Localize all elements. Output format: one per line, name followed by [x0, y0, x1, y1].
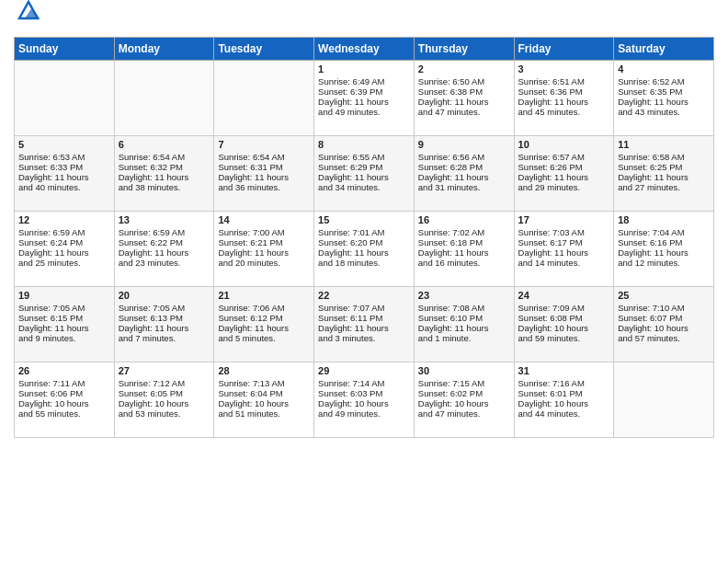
calendar-week-row: 5Sunrise: 6:53 AMSunset: 6:33 PMDaylight… [15, 136, 714, 212]
calendar-cell: 27Sunrise: 7:12 AMSunset: 6:05 PMDayligh… [114, 362, 214, 438]
calendar-header-row: SundayMondayTuesdayWednesdayThursdayFrid… [15, 38, 714, 61]
day-info: and 59 minutes. [518, 333, 610, 343]
day-info: Sunrise: 7:13 AM [218, 378, 310, 388]
day-info: and 55 minutes. [18, 408, 110, 419]
day-info: Daylight: 11 hours [618, 97, 710, 107]
day-info: Sunrise: 6:52 AM [618, 76, 710, 86]
day-info: and 53 minutes. [119, 408, 210, 419]
day-info: Sunrise: 6:49 AM [318, 76, 410, 86]
day-info: and 1 minute. [418, 333, 510, 343]
day-info: and 47 minutes. [418, 408, 510, 419]
day-info: Sunset: 6:06 PM [18, 388, 110, 398]
day-info: Sunrise: 6:53 AM [18, 152, 110, 162]
calendar-cell: 24Sunrise: 7:09 AMSunset: 6:08 PMDayligh… [514, 287, 614, 362]
day-info: Sunrise: 7:14 AM [318, 378, 410, 388]
day-info: and 20 minutes. [218, 258, 310, 268]
day-info: Sunset: 6:38 PM [418, 86, 510, 97]
calendar-cell: 30Sunrise: 7:15 AMSunset: 6:02 PMDayligh… [414, 362, 514, 438]
day-info: Daylight: 10 hours [518, 323, 610, 333]
calendar-cell: 6Sunrise: 6:54 AMSunset: 6:32 PMDaylight… [114, 136, 214, 212]
calendar-cell: 28Sunrise: 7:13 AMSunset: 6:04 PMDayligh… [214, 362, 314, 438]
calendar-cell: 4Sunrise: 6:52 AMSunset: 6:35 PMDaylight… [614, 61, 714, 136]
day-info: Sunrise: 6:59 AM [119, 227, 210, 237]
calendar-cell: 22Sunrise: 7:07 AMSunset: 6:11 PMDayligh… [314, 287, 415, 362]
day-info: Sunset: 6:36 PM [518, 86, 610, 97]
calendar-cell: 10Sunrise: 6:57 AMSunset: 6:26 PMDayligh… [514, 136, 614, 212]
day-of-week-header: Sunday [15, 38, 115, 61]
day-info: Sunset: 6:15 PM [18, 313, 110, 323]
day-info: and 3 minutes. [318, 333, 410, 343]
day-number: 2 [418, 63, 510, 75]
calendar-cell: 7Sunrise: 6:54 AMSunset: 6:31 PMDaylight… [214, 136, 314, 212]
day-info: and 40 minutes. [18, 182, 110, 192]
calendar-cell: 26Sunrise: 7:11 AMSunset: 6:06 PMDayligh… [15, 362, 115, 438]
day-info: Sunrise: 6:54 AM [218, 152, 310, 162]
day-info: and 5 minutes. [218, 333, 310, 343]
day-info: Daylight: 10 hours [119, 398, 210, 408]
day-info: Daylight: 11 hours [418, 172, 510, 182]
calendar-cell: 20Sunrise: 7:05 AMSunset: 6:13 PMDayligh… [114, 287, 214, 362]
day-info: Daylight: 11 hours [318, 172, 410, 182]
day-number: 17 [518, 214, 610, 225]
day-number: 23 [418, 290, 510, 301]
calendar-cell: 21Sunrise: 7:06 AMSunset: 6:12 PMDayligh… [214, 287, 314, 362]
calendar-cell [15, 61, 115, 136]
day-info: and 18 minutes. [318, 258, 410, 268]
day-info: Daylight: 11 hours [618, 247, 710, 258]
day-number: 6 [119, 139, 210, 150]
day-number: 19 [18, 290, 110, 301]
day-info: and 23 minutes. [119, 258, 210, 268]
day-number: 25 [618, 290, 710, 301]
calendar-cell: 29Sunrise: 7:14 AMSunset: 6:03 PMDayligh… [314, 362, 415, 438]
day-info: Sunset: 6:05 PM [119, 388, 210, 398]
day-info: Sunrise: 7:07 AM [318, 303, 410, 313]
calendar-cell: 17Sunrise: 7:03 AMSunset: 6:17 PMDayligh… [514, 212, 614, 287]
day-info: Sunrise: 7:05 AM [18, 303, 110, 313]
day-number: 1 [318, 63, 410, 75]
day-info: Daylight: 11 hours [618, 172, 710, 182]
day-info: Sunset: 6:04 PM [218, 388, 310, 398]
day-number: 20 [119, 290, 210, 301]
svg-marker-1 [25, 7, 40, 18]
day-info: Daylight: 11 hours [218, 247, 310, 258]
day-number: 14 [218, 214, 310, 225]
day-info: Sunrise: 7:05 AM [119, 303, 210, 313]
day-info: Sunrise: 7:16 AM [518, 378, 610, 388]
calendar-cell: 8Sunrise: 6:55 AMSunset: 6:29 PMDaylight… [314, 136, 415, 212]
day-info: Daylight: 11 hours [518, 247, 610, 258]
day-info: and 47 minutes. [418, 107, 510, 117]
day-info: Sunrise: 6:51 AM [518, 76, 610, 86]
day-info: Daylight: 10 hours [318, 398, 410, 408]
day-info: Sunset: 6:07 PM [618, 313, 710, 323]
day-number: 12 [18, 214, 110, 225]
day-info: Sunrise: 7:00 AM [218, 227, 310, 237]
day-of-week-header: Wednesday [314, 38, 415, 61]
day-info: Sunset: 6:21 PM [218, 237, 310, 247]
calendar-cell: 9Sunrise: 6:56 AMSunset: 6:28 PMDaylight… [414, 136, 514, 212]
day-info: Sunset: 6:11 PM [318, 313, 410, 323]
day-info: Sunset: 6:26 PM [518, 162, 610, 172]
calendar-cell: 31Sunrise: 7:16 AMSunset: 6:01 PMDayligh… [514, 362, 614, 438]
calendar-cell: 18Sunrise: 7:04 AMSunset: 6:16 PMDayligh… [614, 212, 714, 287]
day-info: Sunset: 6:10 PM [418, 313, 510, 323]
day-info: Daylight: 11 hours [418, 323, 510, 333]
day-info: Sunrise: 6:59 AM [18, 227, 110, 237]
day-info: and 44 minutes. [518, 408, 610, 419]
day-info: Daylight: 11 hours [18, 247, 110, 258]
day-info: Sunset: 6:02 PM [418, 388, 510, 398]
calendar-cell [614, 362, 714, 438]
calendar-week-row: 1Sunrise: 6:49 AMSunset: 6:39 PMDaylight… [15, 61, 714, 136]
day-info: Sunset: 6:03 PM [318, 388, 410, 398]
calendar-cell: 15Sunrise: 7:01 AMSunset: 6:20 PMDayligh… [314, 212, 415, 287]
day-info: Sunset: 6:22 PM [119, 237, 210, 247]
day-info: Daylight: 11 hours [119, 172, 210, 182]
calendar-cell: 2Sunrise: 6:50 AMSunset: 6:38 PMDaylight… [414, 61, 514, 136]
day-info: Daylight: 11 hours [518, 172, 610, 182]
day-of-week-header: Thursday [414, 38, 514, 61]
day-info: Daylight: 10 hours [418, 398, 510, 408]
day-info: and 57 minutes. [618, 333, 710, 343]
logo [14, 9, 41, 29]
calendar-cell: 5Sunrise: 6:53 AMSunset: 6:33 PMDaylight… [15, 136, 115, 212]
day-info: Daylight: 11 hours [518, 97, 610, 107]
day-info: Sunset: 6:33 PM [18, 162, 110, 172]
